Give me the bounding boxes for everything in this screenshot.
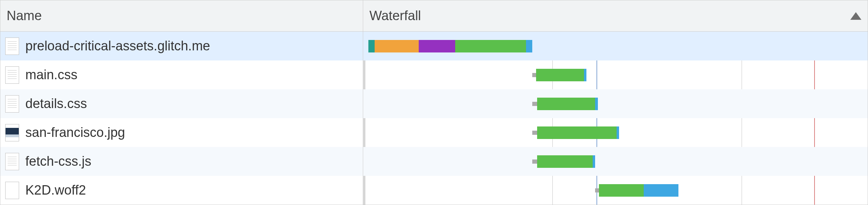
- timing-segment-content: [617, 126, 619, 139]
- network-panel: Name preload-critical-assets.glitch.mema…: [0, 0, 868, 205]
- waterfall-row[interactable]: [363, 147, 868, 176]
- name-column-header-label: Name: [7, 8, 42, 23]
- waterfall-column-header-label: Waterfall: [369, 8, 421, 23]
- timing-bar: [363, 155, 868, 168]
- waterfall-row[interactable]: [363, 176, 868, 205]
- timing-segment-content: [593, 155, 595, 168]
- timing-segment-content: [526, 40, 532, 52]
- request-row[interactable]: details.css: [0, 89, 363, 118]
- request-name: fetch-css.js: [25, 154, 91, 169]
- timing-bar: [363, 184, 868, 197]
- request-row[interactable]: preload-critical-assets.glitch.me: [0, 32, 363, 60]
- waterfall-column: Waterfall: [363, 0, 868, 205]
- timing-bar: [363, 40, 868, 52]
- request-row[interactable]: K2D.woff2: [0, 176, 363, 205]
- timing-bar: [363, 98, 868, 110]
- timing-segment-ttfb: [537, 155, 593, 168]
- waterfall-row[interactable]: [363, 60, 868, 89]
- request-row[interactable]: fetch-css.js: [0, 147, 363, 176]
- name-rows: preload-critical-assets.glitch.memain.cs…: [0, 32, 363, 205]
- waterfall-column-header[interactable]: Waterfall: [363, 0, 868, 32]
- request-name: details.css: [25, 96, 87, 111]
- request-name: K2D.woff2: [25, 183, 86, 198]
- timing-segment-content: [595, 98, 598, 110]
- image-file-icon: [5, 124, 19, 141]
- timing-segment-ttfb: [455, 40, 526, 52]
- timing-segment-ssl: [419, 40, 455, 52]
- timing-segment-queued: [532, 73, 536, 77]
- timing-segment-ttfb: [537, 98, 595, 110]
- document-file-icon: [5, 38, 19, 55]
- timing-segment-content: [584, 69, 586, 81]
- timing-segment-queued: [532, 131, 537, 135]
- request-row[interactable]: san-francisco.jpg: [0, 118, 363, 147]
- timing-segment-queued: [532, 159, 537, 164]
- request-name: san-francisco.jpg: [25, 125, 125, 140]
- timing-segment-ttfb: [537, 126, 617, 139]
- sort-ascending-icon: [850, 12, 861, 20]
- timing-segment-content: [644, 184, 678, 197]
- request-name: preload-critical-assets.glitch.me: [25, 39, 210, 54]
- timing-segment-connect: [375, 40, 419, 52]
- waterfall-rows: [363, 32, 868, 205]
- document-file-icon: [5, 66, 19, 84]
- request-row[interactable]: main.css: [0, 60, 363, 89]
- timing-segment-ttfb: [536, 69, 584, 81]
- name-column: Name preload-critical-assets.glitch.mema…: [0, 0, 363, 205]
- font-file-icon: [5, 182, 19, 199]
- timing-segment-dns: [368, 40, 375, 52]
- timing-segment-queued: [595, 188, 599, 192]
- timing-segment-ttfb: [599, 184, 644, 197]
- timing-segment-queued: [532, 102, 537, 106]
- timing-bar: [363, 126, 868, 139]
- timing-bar: [363, 69, 868, 81]
- waterfall-row[interactable]: [363, 118, 868, 147]
- document-file-icon: [5, 153, 19, 170]
- waterfall-row[interactable]: [363, 89, 868, 118]
- document-file-icon: [5, 95, 19, 113]
- waterfall-row[interactable]: [363, 32, 868, 60]
- name-column-header[interactable]: Name: [0, 0, 363, 32]
- request-name: main.css: [25, 67, 77, 82]
